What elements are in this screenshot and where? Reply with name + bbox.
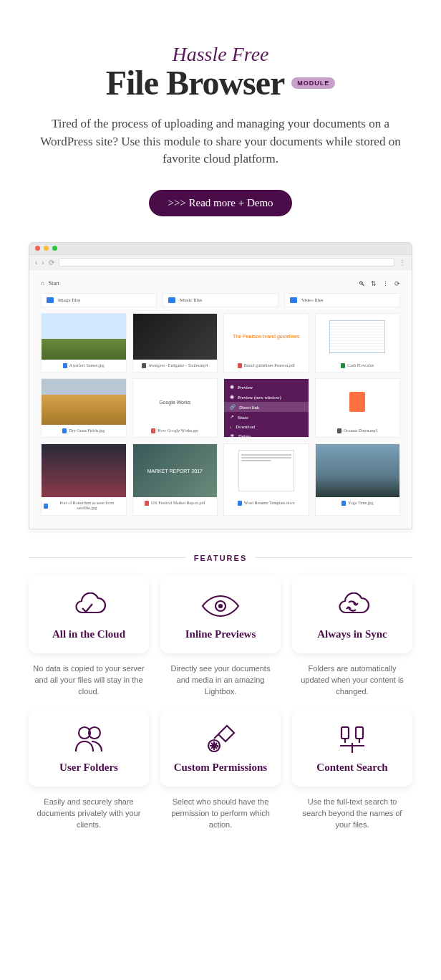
file-item[interactable]: MARKET REPORT 2017UK Festival Market Rep… (132, 443, 218, 515)
context-menu-icon: ◉ (230, 384, 234, 390)
address-bar (59, 258, 394, 266)
feature-item: Content SearchUse the full-text search t… (292, 708, 412, 831)
folder-item[interactable]: Video files (284, 293, 400, 307)
file-item[interactable]: Oceanic Dawn.mp3 (315, 378, 401, 438)
context-menu-item[interactable]: 🗑Delete (224, 431, 309, 437)
context-menu-label: Preview (238, 385, 253, 390)
filetype-icon (63, 363, 67, 368)
feature-title: Content Search (298, 762, 407, 774)
context-menu: ◉Preview◉Preview (new window)🔗Direct lin… (224, 379, 309, 437)
feature-item: All in the CloudNo data is copied to you… (29, 575, 149, 698)
feature-card: Always in Sync (292, 575, 412, 653)
feature-title: Always in Sync (298, 628, 407, 640)
reload-icon: ⟳ (49, 259, 54, 266)
context-menu-icon: 🗑 (230, 433, 235, 437)
window-titlebar (29, 243, 412, 254)
feature-description: Select who should have the permission to… (160, 797, 281, 831)
file-name: A perfect Sunset.jpg (42, 360, 126, 372)
context-menu-label: Share (238, 415, 248, 420)
hero-lead: Tired of the process of uploading and ma… (34, 115, 407, 168)
read-more-button[interactable]: >>> Read more + Demo (149, 190, 291, 216)
sort-icon: ⇅ (371, 280, 377, 287)
file-thumbnail (42, 379, 126, 425)
context-menu-item[interactable]: ◉Preview (224, 382, 309, 392)
file-thumbnail (224, 444, 309, 497)
context-menu-label: Delete (238, 433, 251, 437)
context-menu-item[interactable]: ↓Download (224, 422, 309, 431)
feature-icon (166, 724, 275, 754)
context-menu-item[interactable]: 🔗Direct link (224, 402, 309, 412)
file-name: How Google Works.ppt (133, 425, 218, 437)
svg-rect-5 (341, 727, 349, 739)
file-thumbnail: The Pearson brand guidelines (224, 314, 309, 360)
folder-icon (168, 297, 175, 303)
filetype-icon (341, 363, 345, 368)
file-name: Brand guidelines Pearson.pdf (224, 360, 309, 372)
feature-icon (298, 724, 407, 754)
file-item[interactable]: Google WorksHow Google Works.ppt (132, 378, 218, 438)
file-item[interactable]: Yoga Time.jpg (315, 443, 401, 515)
feature-item: Custom PermissionsSelect who should have… (160, 708, 281, 831)
feature-icon (298, 591, 407, 621)
breadcrumb-label: Start (49, 280, 59, 287)
feature-card: Content Search (292, 708, 412, 787)
file-item[interactable]: Cash Flow.xlsx (315, 313, 401, 373)
filetype-icon (145, 501, 149, 506)
filetype-icon (151, 428, 155, 433)
feature-card: User Folders (29, 708, 149, 787)
context-menu-icon: ◉ (230, 394, 234, 400)
window-close-icon (35, 246, 40, 251)
context-menu-icon: 🔗 (230, 404, 236, 410)
window-minimize-icon (44, 246, 49, 251)
feature-description: Use the full-text search to search beyon… (292, 797, 412, 831)
file-item[interactable]: Dry Grass Fields.jpg (41, 378, 127, 438)
feature-title: Custom Permissions (166, 762, 275, 774)
file-thumbnail (316, 444, 400, 497)
feature-title: All in the Cloud (34, 628, 143, 640)
file-name: Yoga Time.jpg (316, 497, 400, 509)
feature-item: User FoldersEasily and securely share do… (29, 708, 149, 831)
feature-card: Inline Previews (160, 575, 281, 653)
feature-title: User Folders (34, 762, 143, 774)
folder-label: Video files (301, 297, 324, 303)
file-name: Oceanic Dawn.mp3 (316, 425, 400, 437)
feature-icon (34, 724, 143, 754)
options-icon: ⋮ (382, 280, 389, 287)
file-item[interactable]: Word Resume Template.docx (223, 443, 309, 515)
browser-mockup: ‹ › ⟳ ⋮ ⌂ Start 🔍︎ ⇅ ⋮ ⟳ Image filesMusi… (29, 242, 412, 529)
svg-point-1 (219, 605, 222, 607)
file-name: Port of Rotterdam as seen from satellite… (42, 497, 126, 514)
file-thumbnail (42, 314, 126, 360)
filetype-icon (341, 501, 346, 506)
file-item[interactable]: Avengers - Endgame - Trailer.mp4 (132, 313, 218, 373)
module-badge: MODULE (291, 77, 335, 89)
context-menu-item[interactable]: ◉Preview (new window) (224, 392, 309, 402)
folder-icon (47, 297, 54, 303)
file-thumbnail: Google Works (133, 379, 218, 425)
file-item[interactable]: ◉Preview◉Preview (new window)🔗Direct lin… (223, 378, 309, 438)
folder-item[interactable]: Music files (163, 293, 278, 307)
file-name: UK Festival Market Report.pdf (133, 497, 218, 509)
feature-description: Directly see your documents and media in… (160, 663, 281, 698)
folder-icon (290, 297, 297, 303)
file-name: Dry Grass Fields.jpg (42, 425, 126, 437)
context-menu-item[interactable]: ↗Share (224, 412, 309, 422)
filetype-icon (44, 504, 48, 509)
back-icon: ‹ (35, 259, 37, 266)
context-menu-icon: ↗ (230, 414, 234, 420)
feature-description: No data is copied to your server and all… (29, 663, 149, 698)
folder-item[interactable]: Image files (41, 293, 157, 307)
feature-description: Easily and securely share documents priv… (29, 797, 149, 831)
context-menu-label: Preview (new window) (238, 395, 281, 400)
features-heading-row: FEATURES (29, 554, 412, 562)
file-item[interactable]: Port of Rotterdam as seen from satellite… (41, 443, 127, 515)
file-thumbnail (316, 379, 400, 425)
file-thumbnail (42, 444, 126, 497)
feature-icon (166, 591, 275, 621)
file-item[interactable]: The Pearson brand guidelinesBrand guidel… (223, 313, 309, 373)
feature-title: Inline Previews (166, 628, 275, 640)
context-menu-icon: ↓ (230, 424, 232, 429)
file-thumbnail (316, 314, 400, 360)
file-item[interactable]: A perfect Sunset.jpg (41, 313, 127, 373)
folder-label: Image files (58, 297, 80, 303)
